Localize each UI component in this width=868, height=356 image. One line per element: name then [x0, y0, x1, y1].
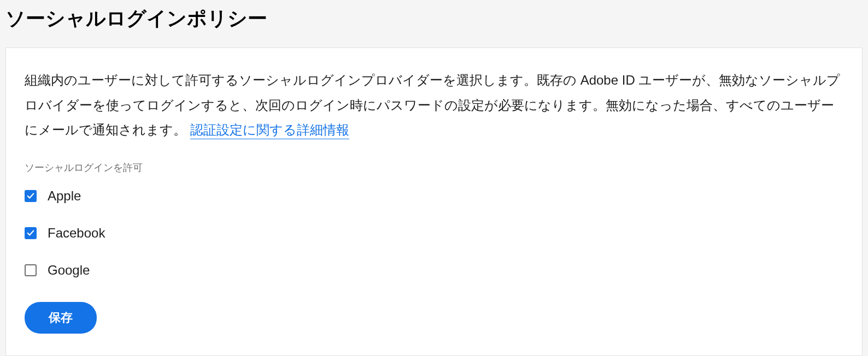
description-text: 組織内のユーザーに対して許可するソーシャルログインプロバイダーを選択します。既存…: [25, 73, 840, 137]
provider-checkbox-list: Apple Facebook Google: [25, 188, 843, 278]
checkbox-label-facebook: Facebook: [48, 226, 105, 241]
auth-details-link[interactable]: 認証設定に関する詳細情報: [190, 122, 349, 139]
checkbox-apple[interactable]: [25, 190, 37, 202]
page-title: ソーシャルログインポリシー: [5, 5, 863, 32]
provider-row-google: Google: [25, 263, 843, 278]
provider-row-facebook: Facebook: [25, 226, 843, 241]
policy-panel: 組織内のユーザーに対して許可するソーシャルログインプロバイダーを選択します。既存…: [5, 48, 863, 356]
save-button[interactable]: 保存: [25, 302, 97, 334]
checkbox-label-google: Google: [48, 263, 90, 278]
checkbox-label-apple: Apple: [48, 188, 81, 204]
checkbox-facebook[interactable]: [25, 227, 37, 239]
section-label: ソーシャルログインを許可: [25, 161, 843, 174]
provider-row-apple: Apple: [25, 188, 843, 204]
checkmark-icon: [27, 229, 34, 237]
checkmark-icon: [27, 192, 34, 200]
policy-description: 組織内のユーザーに対して許可するソーシャルログインプロバイダーを選択します。既存…: [25, 68, 843, 143]
checkbox-google[interactable]: [25, 264, 37, 276]
